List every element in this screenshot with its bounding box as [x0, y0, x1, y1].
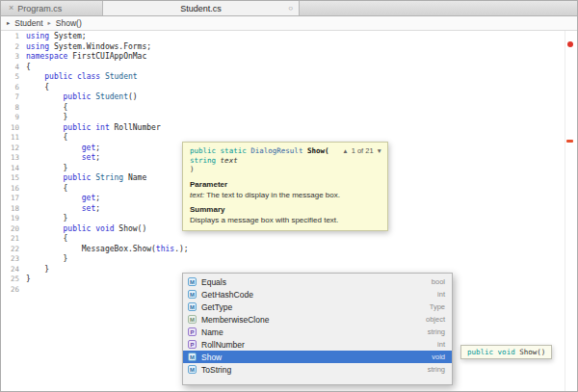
completion-item-gettype[interactable]: MGetTypeType: [183, 301, 452, 313]
code-text: set;: [26, 204, 100, 215]
overview-ruler[interactable]: [565, 31, 577, 391]
completion-item-memberwiseclone[interactable]: MMemberwiseCloneobject: [183, 313, 452, 326]
code-text: public String Name: [26, 173, 146, 184]
line-number: 4: [1, 63, 26, 73]
pager-up-icon[interactable]: ▲: [342, 147, 348, 154]
code-token: this: [156, 245, 174, 253]
code-text: using System;: [26, 32, 87, 42]
code-text: {: [26, 234, 67, 245]
code-token: }: [26, 164, 67, 172]
completion-return-type: int: [437, 340, 445, 349]
code-line-5[interactable]: 5 public class Student: [1, 72, 577, 83]
summary-description: Displays a message box with specified te…: [190, 216, 381, 224]
code-token: [26, 224, 64, 233]
code-token: public: [64, 123, 92, 132]
code-token: RollNumber: [110, 123, 161, 132]
line-number: 25: [1, 274, 26, 285]
completion-item-tostring[interactable]: MToStringstring: [183, 363, 452, 376]
code-token: }: [26, 254, 67, 263]
code-token: set: [82, 153, 95, 162]
code-text: public void Show(): [26, 224, 146, 235]
signature-help-popup: ▲ 1 of 21 ▼ public static DialogResult S…: [182, 142, 388, 231]
code-text: }: [26, 113, 67, 123]
code-text: get;: [26, 144, 100, 154]
code-token: }: [26, 265, 49, 274]
tab-label: Student.cs: [180, 4, 222, 13]
code-token: public: [64, 224, 92, 233]
completion-item-gethashcode[interactable]: MGetHashCodeint: [183, 288, 452, 301]
breadcrumb: ▸ Student ▸ Show(): [1, 16, 577, 31]
line-number: 24: [1, 265, 26, 275]
parameter-heading: Parameter: [190, 180, 381, 189]
code-token: {: [26, 133, 67, 142]
code-text: MessageBox.Show(this.);: [26, 245, 189, 255]
error-line-marker[interactable]: [566, 140, 573, 143]
code-token: MessageBox.Show(: [26, 245, 156, 253]
code-text: }: [26, 214, 67, 224]
code-token: ;: [95, 194, 100, 202]
code-line-6[interactable]: 6 {: [1, 83, 577, 93]
completion-label: GetHashCode: [201, 290, 253, 300]
completion-item-equals[interactable]: MEqualsbool: [183, 275, 452, 288]
code-token: void: [95, 224, 114, 233]
code-text: public class Student: [26, 72, 138, 83]
code-text: public int RollNumber: [26, 123, 161, 134]
completion-item-rollnumber[interactable]: PRollNumberint: [183, 338, 452, 351]
code-token: using: [26, 42, 49, 51]
modified-dot-icon[interactable]: ○: [288, 5, 293, 13]
parameter-description: text: The text to display in the message…: [190, 191, 381, 199]
code-line-4[interactable]: 4{: [1, 63, 577, 73]
line-number: 9: [1, 113, 26, 123]
tab-bar: × Program.cs Student.cs ○: [1, 1, 577, 16]
code-token: }: [26, 113, 67, 121]
code-text: }: [26, 274, 31, 285]
code-token: public static: [190, 146, 247, 155]
code-token: public: [44, 72, 72, 81]
code-text: {: [26, 83, 49, 93]
code-token: int: [95, 123, 109, 132]
completion-item-show[interactable]: MShowvoid: [183, 351, 452, 363]
chevron-expander-icon[interactable]: ▸: [7, 19, 10, 27]
code-line-2[interactable]: 2using System.Windows.Forms;: [1, 42, 577, 53]
code-token: System;: [49, 32, 87, 40]
code-line-22[interactable]: 22 MessageBox.Show(this.);: [1, 245, 577, 255]
code-line-23[interactable]: 23 }: [1, 254, 577, 265]
code-line-8[interactable]: 8 {: [1, 103, 577, 114]
code-line-3[interactable]: 3namespace FirstCUIAppOnMac: [1, 52, 577, 63]
code-token: [26, 92, 64, 101]
error-indicator-icon[interactable]: [567, 41, 573, 47]
code-text: {: [26, 103, 67, 114]
line-number: 23: [1, 254, 26, 265]
code-token: get: [82, 144, 95, 152]
line-number: 18: [1, 204, 26, 215]
code-token: ;: [95, 153, 100, 162]
breadcrumb-item-class[interactable]: Student: [14, 18, 42, 28]
code-token: get: [82, 194, 95, 202]
completion-item-name[interactable]: PNamestring: [183, 326, 452, 338]
code-line-10[interactable]: 10 public int RollNumber: [1, 123, 577, 134]
code-line-1[interactable]: 1using System;: [1, 32, 577, 42]
code-token: [26, 194, 82, 202]
line-number: 6: [1, 83, 26, 93]
completion-label: MemberwiseClone: [201, 315, 269, 325]
completion-return-type: string: [428, 365, 445, 374]
code-line-21[interactable]: 21 {: [1, 234, 577, 245]
tab-program-cs[interactable]: × Program.cs: [1, 1, 103, 15]
code-line-9[interactable]: 9 }: [1, 113, 577, 123]
completion-label: Equals: [201, 277, 226, 287]
close-icon[interactable]: ×: [9, 4, 13, 13]
line-number: 26: [1, 285, 26, 296]
completion-return-type: void: [432, 353, 445, 361]
code-token: Name: [123, 173, 146, 182]
property-icon: P: [188, 327, 197, 336]
code-token: {: [26, 103, 67, 112]
tab-student-cs[interactable]: Student.cs ○: [103, 1, 300, 15]
code-text: namespace FirstCUIAppOnMac: [26, 52, 146, 63]
completion-return-type: bool: [432, 277, 445, 286]
pager-down-icon[interactable]: ▼: [377, 147, 382, 154]
code-token: [26, 123, 64, 132]
method-icon: M: [188, 365, 197, 374]
breadcrumb-item-member[interactable]: Show(): [56, 18, 82, 28]
code-line-7[interactable]: 7 public Student(): [1, 92, 577, 103]
code-token: (): [128, 92, 138, 101]
